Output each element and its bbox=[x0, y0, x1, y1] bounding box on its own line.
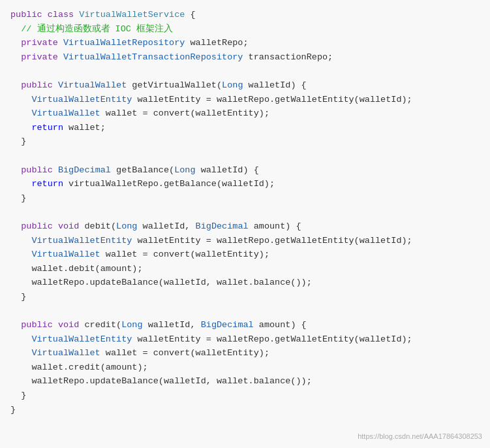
code-line: } bbox=[10, 290, 480, 304]
code-line bbox=[10, 304, 480, 318]
code-line bbox=[10, 64, 480, 78]
code-line: return virtualWalletRepo.getBalance(wall… bbox=[10, 177, 480, 191]
code-line: } bbox=[10, 135, 480, 149]
code-line: wallet.debit(amount); bbox=[10, 262, 480, 276]
code-line: VirtualWalletEntity walletEntity = walle… bbox=[10, 332, 480, 347]
code-line: VirtualWallet wallet = convert(walletEnt… bbox=[10, 346, 480, 360]
code-line: public class VirtualWalletService { bbox=[10, 8, 480, 22]
code-line: public BigDecimal getBalance(Long wallet… bbox=[10, 163, 480, 178]
code-line: return wallet; bbox=[10, 121, 480, 135]
code-line bbox=[10, 149, 480, 163]
code-line: VirtualWalletEntity walletEntity = walle… bbox=[10, 93, 480, 107]
code-line: } bbox=[10, 389, 480, 403]
code-line: // 通过构造函数或者 IOC 框架注入 bbox=[10, 22, 480, 37]
code-line: VirtualWallet wallet = convert(walletEnt… bbox=[10, 106, 480, 121]
code-line: VirtualWallet wallet = convert(walletEnt… bbox=[10, 248, 480, 262]
code-block: public class VirtualWalletService { // 通… bbox=[10, 8, 480, 417]
code-container: public class VirtualWalletService { // 通… bbox=[0, 0, 490, 448]
code-line: } bbox=[10, 191, 480, 206]
code-line: VirtualWalletEntity walletEntity = walle… bbox=[10, 234, 480, 248]
code-line: walletRepo.updateBalance(walletId, walle… bbox=[10, 276, 480, 290]
code-line: private VirtualWalletRepository walletRe… bbox=[10, 36, 480, 50]
code-line: private VirtualWalletTransactionReposito… bbox=[10, 50, 480, 65]
code-line: } bbox=[10, 403, 480, 417]
code-line: public void debit(Long walletId, BigDeci… bbox=[10, 219, 480, 234]
code-line: wallet.credit(amount); bbox=[10, 360, 480, 375]
code-line: public VirtualWallet getVirtualWallet(Lo… bbox=[10, 78, 480, 93]
code-line: walletRepo.updateBalance(walletId, walle… bbox=[10, 374, 480, 389]
watermark: https://blog.csdn.net/AAA17864308253 bbox=[358, 431, 482, 443]
code-line bbox=[10, 205, 480, 219]
code-line: public void credit(Long walletId, BigDec… bbox=[10, 318, 480, 332]
